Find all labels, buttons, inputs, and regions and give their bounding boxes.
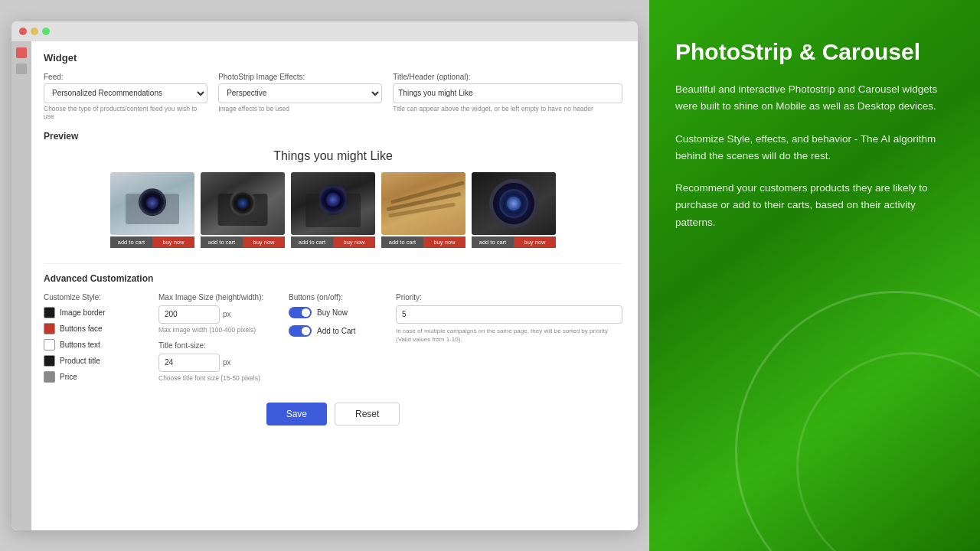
add-to-cart-btn-2[interactable]: add to cart: [201, 236, 243, 248]
buy-now-toggle[interactable]: [289, 307, 312, 318]
window-chrome: Widget Feed: Personalized Recommendation…: [11, 21, 638, 530]
right-panel: PhotoStrip & Carousel Beautiful and inte…: [649, 0, 980, 551]
carousel-image-4: [381, 172, 466, 235]
max-size-label: Max Image Size (height/width):: [158, 293, 273, 302]
dot-green: [42, 28, 50, 35]
priority-label: Priority:: [396, 293, 622, 302]
swatch-buttons-text[interactable]: [44, 339, 55, 350]
label-buttons-text: Buttons text: [60, 341, 100, 349]
label-image-border: Image border: [60, 308, 105, 317]
add-to-cart-toggle-row: Add to Cart: [289, 325, 381, 337]
main-content: Widget Feed: Personalized Recommendation…: [31, 41, 638, 530]
color-option-product-title: Product title: [44, 355, 143, 367]
effects-hint: Image effects to be used: [218, 105, 382, 112]
max-size-input[interactable]: [158, 305, 220, 324]
right-panel-para-1: Beautiful and interactive Photostrip and…: [675, 81, 954, 116]
effects-group: PhotoStrip Image Effects: Perspective Im…: [218, 73, 382, 120]
priority-col: Priority: In case of multiple campaigns …: [396, 293, 622, 344]
priority-input[interactable]: [396, 305, 622, 324]
action-row: Save Reset: [44, 403, 622, 433]
chrome-titlebar: [11, 21, 638, 41]
carousel-item: add to cart buy now: [381, 172, 466, 248]
customize-style-label: Customize Style:: [44, 293, 143, 302]
buy-now-btn-5[interactable]: buy now: [514, 236, 556, 248]
buy-now-btn-1[interactable]: buy now: [152, 236, 194, 248]
buy-now-btn-3[interactable]: buy now: [333, 236, 375, 248]
buttons-toggle-col: Buttons (on/off): Buy Now: [289, 293, 381, 337]
deco-circle-1: [735, 291, 980, 551]
font-size-unit: px: [223, 358, 231, 367]
widget-section-title: Widget: [44, 52, 622, 64]
carousel-item: add to cart buy now: [291, 172, 375, 248]
buttons-toggle-label: Buttons (on/off):: [289, 293, 381, 302]
carousel: add to cart buy now: [44, 172, 622, 248]
carousel-buttons-4: add to cart buy now: [381, 236, 466, 248]
feed-group: Feed: Personalized Recommendations Choos…: [44, 73, 207, 120]
title-header-hint: Title can appear above the widget, or be…: [393, 105, 622, 112]
priority-hint: In case of multiple campaigns on the sam…: [396, 327, 622, 344]
feed-hint: Choose the type of products/content feed…: [44, 105, 207, 120]
preview-section: Preview Things you might Like: [44, 131, 622, 248]
add-to-cart-btn-1[interactable]: add to cart: [110, 236, 152, 248]
dot-yellow: [31, 28, 38, 35]
carousel-buttons-2: add to cart buy now: [201, 236, 285, 248]
carousel-image-1: [110, 172, 194, 235]
carousel-item: add to cart buy now: [110, 172, 194, 248]
title-header-input[interactable]: [393, 83, 622, 103]
color-option-buttons-face: Buttons face: [44, 323, 143, 334]
add-to-cart-btn-4[interactable]: add to cart: [381, 236, 423, 248]
font-size-label: Title font-size:: [158, 341, 273, 350]
preview-label: Preview: [44, 131, 622, 142]
feed-label: Feed:: [44, 73, 207, 81]
buy-now-toggle-label: Buy Now: [317, 308, 348, 317]
swatch-image-border[interactable]: [44, 307, 55, 318]
color-option-image-border: Image border: [44, 307, 143, 318]
right-panel-para-2: Customize Style, effects, and behavior -…: [675, 131, 954, 165]
carousel-image-3: [291, 172, 375, 235]
advanced-title: Advanced Customization: [44, 273, 622, 284]
effects-select[interactable]: Perspective: [218, 83, 382, 103]
carousel-buttons-1: add to cart buy now: [110, 236, 194, 248]
advanced-section: Advanced Customization Customize Style: …: [44, 263, 622, 387]
effects-label: PhotoStrip Image Effects:: [218, 73, 382, 81]
right-panel-para-3: Recommend your customers products they a…: [675, 180, 954, 231]
label-price: Price: [60, 373, 77, 381]
swatch-product-title[interactable]: [44, 355, 55, 367]
add-to-cart-toggle[interactable]: [289, 325, 312, 337]
carousel-image-2: [201, 172, 285, 235]
color-option-buttons-text: Buttons text: [44, 339, 143, 350]
font-size-input[interactable]: [158, 354, 220, 372]
carousel-item: add to cart buy now: [472, 172, 556, 248]
deco-circle-2: [796, 352, 980, 551]
carousel-buttons-3: add to cart buy now: [291, 236, 375, 248]
app-sidebar: [11, 41, 31, 530]
label-product-title: Product title: [60, 357, 100, 365]
carousel-buttons-5: add to cart buy now: [472, 236, 556, 248]
buy-now-btn-4[interactable]: buy now: [423, 236, 466, 248]
color-option-price: Price: [44, 371, 143, 383]
add-to-cart-btn-3[interactable]: add to cart: [291, 236, 333, 248]
reset-button[interactable]: Reset: [335, 403, 400, 425]
title-header-group: Title/Header (optional): Title can appea…: [393, 73, 622, 120]
swatch-price[interactable]: [44, 371, 55, 383]
sidebar-icon-1[interactable]: [16, 47, 27, 58]
size-settings-col: Max Image Size (height/width): px Max im…: [158, 293, 273, 382]
add-to-cart-btn-5[interactable]: add to cart: [472, 236, 514, 248]
carousel-item: add to cart buy now: [201, 172, 285, 248]
title-header-label: Title/Header (optional):: [393, 73, 622, 81]
buy-now-btn-2[interactable]: buy now: [243, 236, 285, 248]
buy-now-toggle-row: Buy Now: [289, 307, 381, 318]
swatch-buttons-face[interactable]: [44, 323, 55, 334]
dot-red: [19, 28, 27, 35]
sidebar-icon-2[interactable]: [16, 64, 27, 74]
save-button[interactable]: Save: [266, 403, 327, 425]
font-size-hint: Choose title font size (15-50 pixels): [158, 374, 273, 382]
label-buttons-face: Buttons face: [60, 324, 103, 333]
add-to-cart-toggle-label: Add to Cart: [317, 327, 356, 335]
carousel-image-5: [472, 172, 556, 235]
max-size-unit: px: [223, 310, 231, 318]
left-panel: Widget Feed: Personalized Recommendation…: [0, 0, 649, 551]
feed-select[interactable]: Personalized Recommendations: [44, 83, 207, 103]
max-size-hint: Max image width (100-400 pixels): [158, 326, 273, 334]
customize-style-col: Customize Style: Image border Buttons fa…: [44, 293, 143, 387]
